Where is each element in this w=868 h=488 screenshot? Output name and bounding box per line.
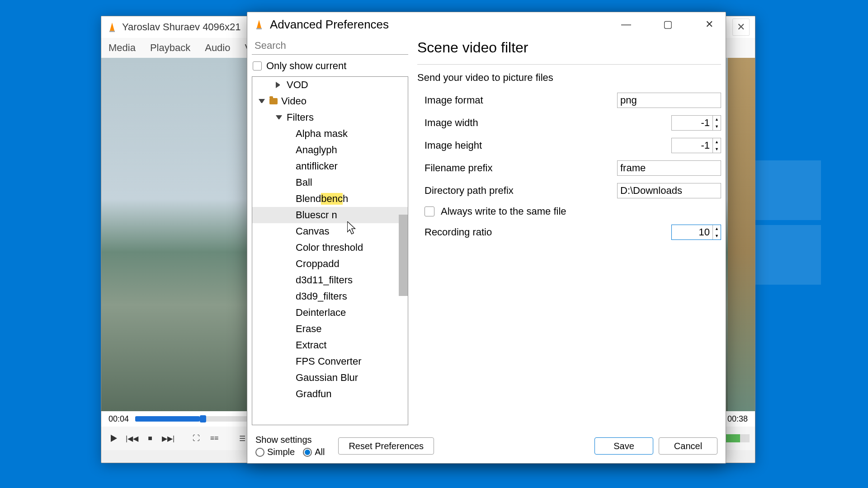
svg-rect-4 (256, 28, 262, 29)
tree-item[interactable]: Croppadd (252, 256, 408, 272)
tree-item-filters[interactable]: Filters (252, 109, 408, 126)
settings-tree[interactable]: VOD Video Filters Alpha maskAnaglyphanti… (252, 76, 408, 425)
section-subtitle: Send your video to picture files (417, 72, 721, 84)
time-total: 00:38 (727, 414, 748, 424)
filename-prefix-field[interactable] (617, 160, 721, 176)
tree-item[interactable]: Color threshold (252, 239, 408, 256)
prefs-left-pane: Only show current VOD Video Filters Alph… (252, 37, 408, 425)
tree-item[interactable]: Deinterlace (252, 305, 408, 321)
svg-marker-3 (257, 20, 261, 28)
spin-up-icon[interactable]: ▲ (713, 116, 721, 123)
tree-item[interactable]: Canvas (252, 223, 408, 239)
radio-simple[interactable] (255, 448, 264, 457)
minimize-button[interactable]: — (616, 16, 636, 33)
tree-item[interactable]: Blendbench (252, 191, 408, 207)
image-format-field[interactable] (617, 93, 721, 108)
tree-item-vod[interactable]: VOD (252, 77, 408, 93)
ext-settings-icon[interactable]: ≡≡ (207, 431, 222, 446)
prefs-titlebar: Advanced Preferences — ▢ ✕ (247, 12, 726, 37)
stop-icon[interactable]: ■ (143, 431, 157, 446)
radio-all[interactable] (303, 448, 312, 457)
close-button[interactable]: ✕ (699, 16, 719, 33)
image-width-stepper[interactable]: ▲▼ (671, 115, 721, 131)
fullscreen-icon[interactable]: ⛶ (189, 431, 203, 446)
folder-icon (269, 98, 278, 104)
spin-down-icon[interactable]: ▼ (713, 232, 721, 239)
only-show-current-checkbox[interactable]: Only show current (253, 60, 407, 72)
recording-ratio-stepper[interactable]: ▲▼ (671, 225, 721, 240)
show-settings-block: Show settings Simple All (255, 435, 325, 457)
prev-icon[interactable]: |◀◀ (125, 431, 139, 446)
spin-up-icon[interactable]: ▲ (713, 138, 721, 145)
chevron-down-icon (276, 115, 282, 122)
maximize-button[interactable]: ▢ (658, 16, 678, 33)
vlc-close-icon[interactable]: ✕ (732, 19, 750, 36)
always-same-file-checkbox[interactable]: Always write to the same file (417, 206, 721, 217)
chevron-down-icon (259, 99, 265, 105)
section-heading: Scene video filter (417, 39, 721, 65)
spin-down-icon[interactable]: ▼ (713, 123, 721, 130)
svg-marker-2 (111, 435, 117, 442)
vlc-cone-icon (254, 19, 264, 30)
next-icon[interactable]: ▶▶| (161, 431, 175, 446)
tree-item[interactable]: Ball (252, 174, 408, 191)
svg-marker-0 (110, 23, 114, 31)
chevron-right-icon (276, 82, 282, 88)
menu-media[interactable]: Media (108, 42, 136, 54)
tree-item[interactable]: Erase (252, 321, 408, 337)
reset-preferences-button[interactable]: Reset Preferences (338, 437, 434, 455)
dir-prefix-field[interactable] (617, 183, 721, 198)
prefs-title: Advanced Preferences (270, 18, 389, 32)
image-height-label: Image height (425, 140, 671, 151)
svg-rect-1 (109, 31, 115, 32)
search-input[interactable] (252, 37, 408, 55)
tree-item[interactable]: d3d9_filters (252, 288, 408, 305)
tree-item[interactable]: antiflicker (252, 158, 408, 174)
tree-item[interactable]: Extract (252, 337, 408, 353)
tree-item[interactable]: Bluescr n (252, 207, 408, 223)
save-button[interactable]: Save (594, 437, 653, 455)
menu-audio[interactable]: Audio (205, 42, 230, 54)
cancel-button[interactable]: Cancel (659, 437, 717, 455)
menu-playback[interactable]: Playback (150, 42, 190, 54)
filename-prefix-label: Filename prefix (425, 162, 617, 174)
checkbox-icon (425, 206, 434, 216)
spin-up-icon[interactable]: ▲ (713, 225, 721, 232)
tree-item[interactable]: Gradfun (252, 386, 408, 402)
tree-scrollbar[interactable] (399, 215, 408, 296)
tree-item[interactable]: Gaussian Blur (252, 370, 408, 386)
advanced-preferences-dialog: Advanced Preferences — ▢ ✕ Only show cur… (247, 12, 726, 464)
play-icon[interactable] (107, 431, 121, 446)
tree-item[interactable]: Anaglyph (252, 142, 408, 158)
tree-item[interactable]: FPS Converter (252, 353, 408, 370)
tree-item[interactable]: d3d11_filters (252, 272, 408, 288)
recording-ratio-label: Recording ratio (425, 226, 671, 238)
vlc-cone-icon (107, 22, 118, 33)
spin-down-icon[interactable]: ▼ (713, 145, 721, 153)
image-width-label: Image width (425, 117, 671, 129)
prefs-footer: Show settings Simple All Reset Preferenc… (247, 429, 726, 463)
image-format-label: Image format (425, 94, 617, 106)
checkbox-icon (253, 61, 262, 70)
time-current: 00:04 (108, 414, 129, 424)
tree-item[interactable]: Alpha mask (252, 126, 408, 142)
prefs-right-pane: Scene video filter Send your video to pi… (417, 37, 721, 425)
dir-prefix-label: Directory path prefix (425, 185, 617, 197)
tree-item-video[interactable]: Video (252, 93, 408, 109)
image-height-stepper[interactable]: ▲▼ (671, 138, 721, 153)
